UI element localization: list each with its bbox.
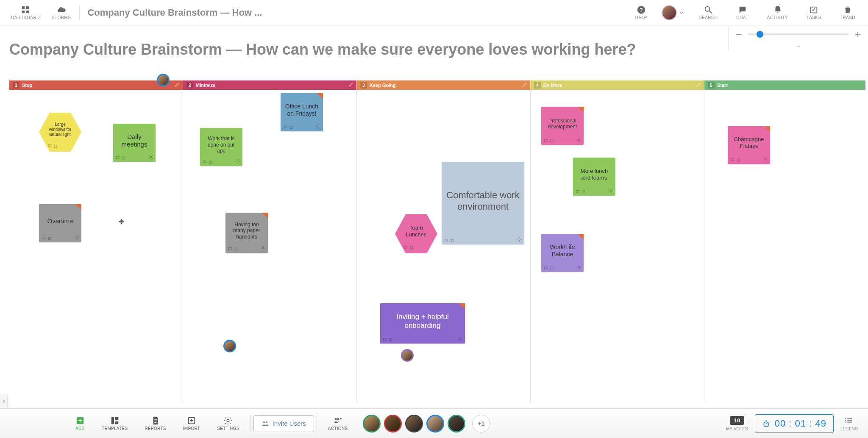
board: 1 Stop Large windows for natural light. … — [9, 80, 868, 402]
nav-trash[interactable]: TRASH — [832, 3, 863, 22]
column-start: 5 Start Champagne Fridays — [704, 80, 865, 402]
actions-button[interactable]: ACTIONS — [320, 414, 356, 432]
separator — [79, 5, 80, 20]
column-keep-going: 3 Keep Going Team Lunches Comfortable wo… — [357, 80, 531, 402]
card-work-life[interactable]: Work/Life Balance — [541, 234, 584, 272]
nav-tasks[interactable]: TASKS — [799, 3, 829, 22]
list-icon — [844, 416, 854, 425]
card-work-on-app[interactable]: Work that is done on our app — [200, 128, 242, 166]
import-button[interactable]: IMPORT — [175, 414, 209, 432]
participant-avatar[interactable] — [405, 415, 423, 432]
participant-avatar[interactable] — [448, 415, 465, 432]
card-team-lunches[interactable]: Team Lunches — [395, 213, 437, 255]
invite-users-button[interactable]: Invite Users — [253, 415, 314, 432]
gear-icon[interactable] — [576, 137, 582, 143]
comment-icon — [730, 158, 734, 162]
column-header[interactable]: 5 Start — [704, 80, 865, 90]
search-icon — [704, 5, 713, 14]
nav-storms[interactable]: STORMS — [46, 3, 77, 22]
column-number: 1 — [13, 82, 19, 89]
people-icon — [262, 420, 269, 427]
nav-chat[interactable]: CHAT — [729, 3, 756, 22]
presence-avatar — [223, 340, 236, 352]
card-prof-dev[interactable]: Professional development — [541, 107, 584, 145]
card-text: Having too many paper handouts — [229, 216, 264, 245]
chat-icon — [738, 5, 747, 14]
nav-activity[interactable]: ACTIVITY — [760, 3, 796, 22]
card-office-lunch[interactable]: Office Lunch on Fridays! — [281, 93, 323, 131]
gear-icon[interactable] — [148, 154, 154, 160]
column-do-more: 4 Do More Professional development More … — [531, 80, 704, 402]
reports-button[interactable]: REPORTS — [136, 414, 174, 432]
card-paper-handouts[interactable]: Having too many paper handouts — [225, 213, 268, 253]
card-large-windows[interactable]: Large windows for natural light. — [39, 111, 81, 153]
my-votes[interactable]: 10 MY VOTES — [719, 416, 755, 431]
column-number: 2 — [186, 82, 193, 89]
column-header[interactable]: 2 Minimize — [183, 80, 356, 90]
comment-icon — [544, 266, 548, 270]
card-comfortable-env[interactable]: Comfortable work environment — [442, 162, 524, 244]
square-icon — [550, 266, 554, 270]
gear-icon[interactable] — [235, 158, 241, 164]
card-text: Large windows for natural light. — [47, 117, 73, 142]
card-onboarding[interactable]: Inviting + helpful onboarding — [380, 303, 465, 344]
user-menu[interactable] — [658, 5, 688, 20]
comment-icon — [383, 338, 387, 342]
nav-search[interactable]: SEARCH — [691, 3, 726, 22]
column-header[interactable]: 4 Do More — [531, 80, 704, 90]
document-title[interactable]: Company Culture Brainstorm — How ... — [82, 7, 262, 18]
column-label: Keep Going — [370, 83, 396, 88]
square-icon — [736, 158, 740, 162]
participant-avatar[interactable] — [426, 415, 444, 432]
timer-button[interactable]: 00 : 01 : 49 — [755, 414, 834, 433]
edit-icon[interactable] — [348, 82, 354, 88]
more-participants-button[interactable]: +1 — [472, 415, 490, 432]
gear-icon[interactable] — [260, 245, 266, 251]
card-lunch-learns[interactable]: More lunch and learns — [573, 158, 615, 196]
participant-avatar[interactable] — [384, 415, 402, 432]
gear-icon — [223, 416, 233, 425]
square-icon — [234, 247, 238, 251]
presence-avatar — [157, 74, 170, 86]
chevron-down-icon — [679, 10, 684, 16]
column-stop: 1 Stop Large windows for natural light. … — [9, 80, 183, 402]
zoom-panel-toggle[interactable] — [728, 43, 868, 50]
column-label: Do More — [543, 83, 562, 88]
templates-button[interactable]: TEMPLATES — [93, 414, 136, 432]
zoom-slider[interactable] — [748, 33, 849, 35]
edit-icon[interactable] — [522, 82, 528, 88]
zoom-out-button[interactable] — [734, 30, 743, 39]
gear-icon[interactable] — [517, 237, 523, 243]
gear-icon[interactable] — [74, 235, 80, 241]
gear-icon[interactable] — [608, 188, 614, 194]
settings-button[interactable]: SETTINGS — [209, 414, 248, 432]
gear-icon[interactable] — [315, 124, 321, 130]
bell-icon — [773, 5, 782, 14]
gear-icon[interactable] — [576, 264, 582, 270]
comment-icon — [444, 238, 448, 243]
card-champagne[interactable]: Champagne Fridays — [728, 126, 770, 164]
comment-icon — [203, 160, 207, 164]
edit-icon[interactable] — [696, 82, 701, 88]
zoom-in-button[interactable] — [854, 30, 862, 39]
edit-icon[interactable] — [174, 82, 180, 88]
gear-icon[interactable] — [762, 156, 768, 162]
column-header[interactable]: 3 Keep Going — [357, 80, 530, 90]
gear-icon[interactable] — [457, 336, 463, 342]
slider-thumb[interactable] — [757, 31, 763, 38]
avatar — [662, 5, 677, 20]
participant-avatar[interactable] — [363, 415, 381, 432]
legend-button[interactable]: LEGEND — [834, 416, 865, 431]
nav-help[interactable]: HELP — [628, 3, 655, 22]
presence-avatar — [401, 349, 414, 362]
nav-dashboard[interactable]: DASHBOARD — [5, 3, 46, 22]
sidebar-expand-handle[interactable] — [0, 394, 8, 408]
card-overtime[interactable]: Overtime — [39, 204, 81, 242]
card-text: Team Lunches — [403, 219, 429, 244]
votes-label: MY VOTES — [726, 427, 748, 431]
timer-icon — [762, 419, 771, 428]
card-daily-meetings[interactable]: Daily meetings — [113, 124, 156, 162]
card-text: Work that is done on our app — [203, 131, 239, 158]
add-button[interactable]: ADD — [67, 414, 93, 432]
grid-icon — [21, 5, 30, 14]
